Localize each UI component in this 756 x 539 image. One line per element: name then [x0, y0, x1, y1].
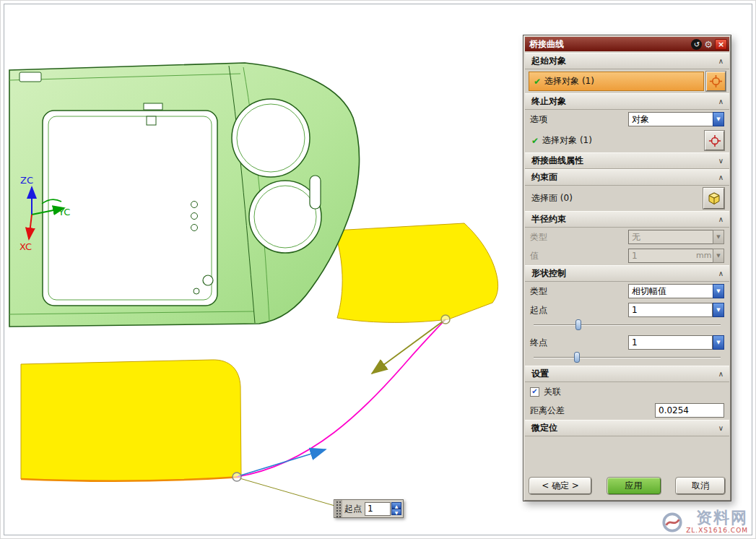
tolerance-label: 距离公差 [530, 405, 565, 417]
radius-value-label: 值 [530, 250, 539, 262]
apply-button[interactable]: 应用 [607, 478, 661, 494]
chevron-down-icon[interactable]: ∨ [718, 424, 724, 432]
section-start-object[interactable]: 起始对象 ∧ [525, 53, 729, 69]
chevron-up-icon[interactable]: ∧ [718, 98, 724, 105]
start-point-handle[interactable] [233, 473, 241, 481]
shape-type-label: 类型 [530, 285, 547, 298]
section-constraint-face[interactable]: 约束面 ∧ [525, 169, 729, 186]
tolerance-input[interactable] [655, 403, 724, 418]
radius-type-label: 类型 [530, 231, 547, 243]
crosshair-icon [708, 134, 721, 147]
section-shape-control[interactable]: 形状控制 ∧ [525, 265, 729, 282]
site-watermark: 资料网 ZL.XS1616.COM [661, 510, 748, 534]
section-end-object[interactable]: 终止对象 ∧ [525, 93, 729, 110]
slider-thumb[interactable] [575, 319, 581, 330]
chevron-up-icon[interactable]: ∧ [718, 270, 724, 277]
crosshair-icon [709, 74, 723, 88]
radius-value-row: 值 1 mm ▼ [525, 246, 729, 265]
leader-line [240, 478, 337, 506]
option-label: 选项 [530, 113, 547, 126]
xc-axis-label: XC [19, 241, 32, 252]
select-face-row: 选择面 (0) [525, 186, 729, 211]
section-bridge-curve-properties[interactable]: 桥接曲线属性 ∨ [525, 152, 729, 169]
section-settings[interactable]: 设置 ∧ [525, 366, 729, 382]
start-point-spinner: ▲ ▼ [391, 502, 401, 515]
section-title: 设置 [531, 368, 549, 380]
check-icon: ✔ [531, 136, 539, 146]
radius-unit: mm [694, 249, 713, 263]
associative-label: 关联 [544, 386, 561, 398]
slider-thumb[interactable] [574, 352, 580, 363]
slider-track [534, 357, 721, 358]
section-title: 约束面 [531, 171, 557, 184]
associative-checkbox[interactable]: ✔ [530, 387, 539, 397]
yellow-sheet-lower[interactable] [21, 360, 241, 481]
cancel-button[interactable]: 取消 [676, 478, 725, 494]
cube-icon [707, 191, 721, 206]
select-face[interactable]: 选择面 (0) [530, 192, 703, 204]
spin-down-icon[interactable]: ▼ [713, 335, 724, 350]
watermark-name: 资料网 [696, 510, 748, 526]
chevron-up-icon[interactable]: ∧ [718, 173, 724, 181]
yellow-sheet-upper[interactable] [334, 223, 498, 322]
associative-row: ✔ 关联 [525, 382, 729, 401]
end-point-handle[interactable] [441, 315, 450, 324]
gear-icon[interactable]: ⚙ [704, 39, 713, 50]
dialog-body: 起始对象 ∧ ✔ 选择对象 (1) [523, 53, 731, 501]
dialog-title: 桥接曲线 [529, 38, 691, 51]
dialog-titlebar[interactable]: 桥接曲线 ↺ ⚙ × [525, 37, 729, 51]
chevron-down-icon[interactable]: ∨ [718, 157, 724, 165]
drag-handle[interactable] [335, 500, 342, 517]
section-title: 起始对象 [531, 55, 566, 67]
point-dialog-button-start[interactable] [706, 72, 726, 91]
select-object-end[interactable]: ✔ 选择对象 (1) [530, 134, 705, 147]
bridge-curve-dialog: 桥接曲线 ↺ ⚙ × 起始对象 ∧ ✔ 选择对象 (1) [523, 35, 731, 501]
shape-end-label: 终点 [530, 337, 547, 349]
reset-icon[interactable]: ↺ [691, 39, 702, 50]
spin-down-icon[interactable]: ▼ [713, 303, 724, 317]
shape-end-input[interactable] [628, 335, 713, 350]
shape-start-row: 起点 ▼ [525, 301, 729, 319]
shape-type-row: 类型 相切幅值 ▼ [525, 282, 729, 301]
close-icon[interactable]: × [715, 39, 727, 50]
select-object-start[interactable]: ✔ 选择对象 (1) [529, 72, 704, 91]
face-rule-button[interactable] [703, 188, 724, 209]
shape-end-row: 终点 ▼ [525, 333, 729, 352]
shape-end-slider[interactable] [534, 352, 721, 363]
ok-button[interactable]: < 确定 > [529, 478, 591, 494]
start-point-label: 起点 [344, 503, 362, 515]
start-point-input[interactable] [365, 502, 391, 516]
end-option-dropdown[interactable]: 对象 ▼ [628, 112, 724, 126]
spin-up-icon[interactable]: ▲ [391, 502, 401, 509]
checkbox-check-icon: ✔ [531, 388, 537, 395]
start-tangent-arrow[interactable] [238, 449, 326, 476]
yc-axis-label: YC [58, 207, 70, 217]
shape-start-spinbox: ▼ [628, 303, 724, 317]
chevron-up-icon[interactable]: ∧ [718, 57, 724, 65]
slider-track [534, 324, 721, 326]
watermark-url: ZL.XS1616.COM [686, 527, 748, 534]
dropdown-arrow-icon[interactable]: ▼ [713, 112, 724, 126]
section-radius-constraint[interactable]: 半径约束 ∧ [525, 211, 729, 228]
spin-down-icon[interactable]: ▼ [391, 509, 401, 515]
shape-start-label: 起点 [530, 304, 547, 316]
section-micro-positioning[interactable]: 微定位 ∨ [525, 420, 729, 436]
end-tangent-arrow[interactable] [372, 319, 446, 374]
radius-type-value: 无 [628, 230, 713, 244]
radius-type-row: 类型 无 ▼ [525, 228, 729, 246]
watermark-logo-icon [661, 512, 683, 533]
dropdown-arrow-icon[interactable]: ▼ [713, 284, 724, 298]
section-title: 半径约束 [531, 213, 566, 225]
shape-start-input[interactable] [628, 303, 713, 317]
point-dialog-button-end[interactable] [705, 131, 724, 150]
shape-start-slider[interactable] [534, 319, 721, 330]
dialog-buttons: < 确定 > 应用 取消 [525, 474, 729, 499]
chevron-up-icon[interactable]: ∧ [718, 215, 724, 223]
shape-end-spinbox: ▼ [628, 335, 724, 350]
radius-type-dropdown: 无 ▼ [628, 230, 724, 244]
chevron-up-icon[interactable]: ∧ [718, 370, 724, 378]
section-title: 终止对象 [531, 95, 566, 108]
radius-value-group: 1 mm ▼ [628, 249, 724, 263]
section-title: 形状控制 [531, 267, 566, 280]
shape-type-dropdown[interactable]: 相切幅值 ▼ [628, 284, 724, 298]
